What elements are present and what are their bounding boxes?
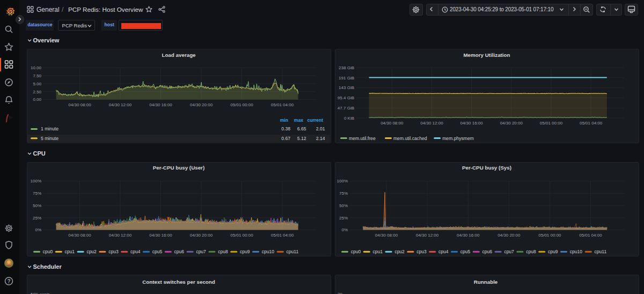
svg-text:Per-CPU busy (User): Per-CPU busy (User) xyxy=(153,165,204,171)
svg-text:100%: 100% xyxy=(337,179,348,183)
svg-text:47.7 GiB: 47.7 GiB xyxy=(338,106,354,111)
svg-text:cpu3: cpu3 xyxy=(416,249,427,254)
svg-text:cpu1: cpu1 xyxy=(373,249,383,254)
svg-text:05/01 00:00: 05/01 00:00 xyxy=(230,233,253,238)
svg-text:max: max xyxy=(294,117,303,123)
svg-text:04/30 12:00: 04/30 12:00 xyxy=(420,121,443,126)
svg-text:cpu5: cpu5 xyxy=(152,249,163,254)
svg-text:cpu5: cpu5 xyxy=(460,249,471,254)
svg-text:04/30 16:00: 04/30 16:00 xyxy=(457,233,480,238)
svg-text:04/30 08:00: 04/30 08:00 xyxy=(68,102,91,107)
svg-text:cpu7: cpu7 xyxy=(504,249,514,254)
svg-text:cpu11: cpu11 xyxy=(287,249,299,254)
svg-text:0 KiB: 0 KiB xyxy=(344,116,354,121)
svg-text:cpu10: cpu10 xyxy=(570,249,582,254)
svg-text:cpu9: cpu9 xyxy=(240,249,250,254)
svg-text:05/01 04:00: 05/01 04:00 xyxy=(271,233,294,238)
svg-text:50%: 50% xyxy=(33,203,41,208)
svg-text:04/30 16:00: 04/30 16:00 xyxy=(460,121,483,126)
svg-text:cpu6: cpu6 xyxy=(174,249,185,254)
svg-text:5.00: 5.00 xyxy=(33,82,41,86)
svg-text:mem.physmem: mem.physmem xyxy=(442,136,474,141)
svg-text:04/30 16:00: 04/30 16:00 xyxy=(149,233,172,238)
svg-text:191 GiB: 191 GiB xyxy=(339,76,354,80)
svg-text:cpu11: cpu11 xyxy=(595,249,607,254)
svg-text:cpu1: cpu1 xyxy=(65,249,75,254)
svg-text:mem.util.free: mem.util.free xyxy=(349,136,376,141)
svg-text:cpu9: cpu9 xyxy=(548,249,558,254)
svg-text:0.38: 0.38 xyxy=(281,126,290,131)
svg-text:50%: 50% xyxy=(339,203,348,208)
svg-text:05/01 00:00: 05/01 00:00 xyxy=(540,121,563,126)
svg-text:0%: 0% xyxy=(35,227,41,232)
svg-text:5.12: 5.12 xyxy=(297,136,306,141)
svg-text:1 minute: 1 minute xyxy=(41,126,58,131)
svg-text:6.65: 6.65 xyxy=(297,126,306,131)
svg-text:Load average: Load average xyxy=(162,52,196,58)
svg-text:0.67: 0.67 xyxy=(281,136,290,141)
svg-text:Memory Utilization: Memory Utilization xyxy=(463,52,510,58)
svg-text:238 GiB: 238 GiB xyxy=(339,65,354,70)
svg-text:143 GiB: 143 GiB xyxy=(339,85,354,90)
svg-text:04/30 08:00: 04/30 08:00 xyxy=(380,121,404,126)
svg-text:cpu4: cpu4 xyxy=(130,249,141,254)
svg-text:cpu8: cpu8 xyxy=(218,249,228,254)
svg-text:95.4 GiB: 95.4 GiB xyxy=(338,95,354,100)
svg-text:mem.util.cached: mem.util.cached xyxy=(393,136,427,141)
svg-text:05/01 04:00: 05/01 04:00 xyxy=(271,102,294,107)
svg-text:05/01 04:00: 05/01 04:00 xyxy=(579,233,602,238)
svg-text:04/30 20:00: 04/30 20:00 xyxy=(497,233,521,238)
svg-text:?: ? xyxy=(7,278,10,284)
svg-text:Per-CPU busy (Sys): Per-CPU busy (Sys) xyxy=(462,165,511,171)
svg-text:cpu3: cpu3 xyxy=(108,249,119,254)
svg-text:04/30 20:00: 04/30 20:00 xyxy=(190,233,213,238)
svg-text:04/30 08:00: 04/30 08:00 xyxy=(375,233,398,238)
svg-text:75%: 75% xyxy=(339,191,348,196)
svg-text:25%: 25% xyxy=(33,216,41,220)
svg-text:Runnable: Runnable xyxy=(474,279,498,285)
svg-text:04/30 20:00: 04/30 20:00 xyxy=(500,121,523,126)
svg-text:cpu10: cpu10 xyxy=(262,249,274,254)
svg-text:04/30 12:00: 04/30 12:00 xyxy=(109,233,132,238)
svg-text:CPU: CPU xyxy=(33,150,46,157)
svg-text:5 minute: 5 minute xyxy=(41,136,58,141)
svg-text:cpu6: cpu6 xyxy=(482,249,493,254)
svg-text:Overview: Overview xyxy=(33,37,60,43)
svg-text:05/01 04:00: 05/01 04:00 xyxy=(580,121,603,126)
svg-text:0%: 0% xyxy=(341,227,348,232)
svg-text:cpu4: cpu4 xyxy=(438,249,449,254)
svg-text:04/30 12:00: 04/30 12:00 xyxy=(416,233,439,238)
svg-text:Scheduler: Scheduler xyxy=(33,263,62,270)
svg-text:05/01 00:00: 05/01 00:00 xyxy=(538,233,561,238)
svg-text:2.01: 2.01 xyxy=(316,126,325,131)
svg-text:cpu0: cpu0 xyxy=(351,249,361,254)
svg-text:cpu2: cpu2 xyxy=(394,249,405,254)
svg-text:25%: 25% xyxy=(339,216,348,220)
svg-text:cpu8: cpu8 xyxy=(526,249,536,254)
svg-text:cpu2: cpu2 xyxy=(86,249,97,254)
svg-text:current: current xyxy=(307,117,323,123)
svg-text:04/30 16:00: 04/30 16:00 xyxy=(149,102,172,107)
svg-text:0.00: 0.00 xyxy=(33,97,41,102)
svg-text:2.14: 2.14 xyxy=(316,136,325,141)
svg-text:20: 20 xyxy=(338,292,342,294)
svg-text:04/30 12:00: 04/30 12:00 xyxy=(109,102,132,107)
svg-text:50K ops/s: 50K ops/s xyxy=(31,292,50,294)
svg-text:cpu0: cpu0 xyxy=(43,249,53,254)
svg-text:04/30 08:00: 04/30 08:00 xyxy=(68,233,91,238)
svg-text:04/30 20:00: 04/30 20:00 xyxy=(190,102,213,107)
svg-text:7.50: 7.50 xyxy=(33,74,41,78)
svg-text:10.00: 10.00 xyxy=(31,65,42,70)
svg-text:2.50: 2.50 xyxy=(33,90,41,94)
svg-text:cpu7: cpu7 xyxy=(196,249,206,254)
svg-text:100%: 100% xyxy=(31,179,41,183)
svg-text:min: min xyxy=(280,117,288,123)
svg-text:75%: 75% xyxy=(33,191,41,196)
svg-text:Context switches per second: Context switches per second xyxy=(142,279,215,285)
svg-text:05/01 00:00: 05/01 00:00 xyxy=(230,102,253,107)
